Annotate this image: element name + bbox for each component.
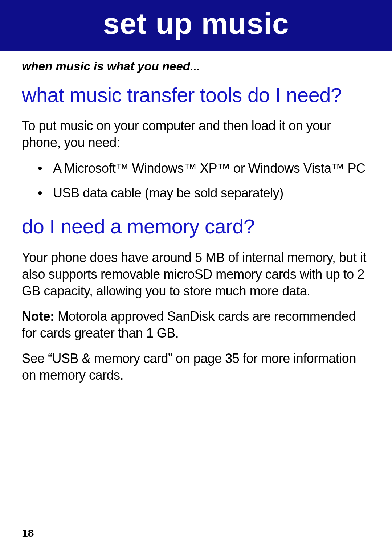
page-content: when music is what you need... what musi… — [0, 51, 392, 384]
section2-para1: Your phone does have around 5 MB of inte… — [22, 249, 370, 299]
banner-title: set up music — [0, 7, 392, 41]
note-label: Note: — [22, 309, 58, 324]
list-item: USB data cable (may be sold separately) — [53, 185, 370, 202]
note-text: Motorola approved SanDisk cards are reco… — [22, 309, 356, 340]
section1-bullets: A Microsoft™ Windows™ XP™ or Windows Vis… — [22, 160, 370, 202]
section2-para3: See “USB & memory card” on page 35 for m… — [22, 350, 370, 384]
list-item: A Microsoft™ Windows™ XP™ or Windows Vis… — [53, 160, 370, 177]
section2-heading: do I need a memory card? — [22, 215, 370, 238]
tagline: when music is what you need... — [22, 60, 370, 73]
page-banner: set up music — [0, 0, 392, 51]
page-number: 18 — [22, 527, 34, 539]
section2-note: Note: Motorola approved SanDisk cards ar… — [22, 308, 370, 342]
section1-intro: To put music on your computer and then l… — [22, 118, 370, 151]
section1-heading: what music transfer tools do I need? — [22, 83, 370, 107]
